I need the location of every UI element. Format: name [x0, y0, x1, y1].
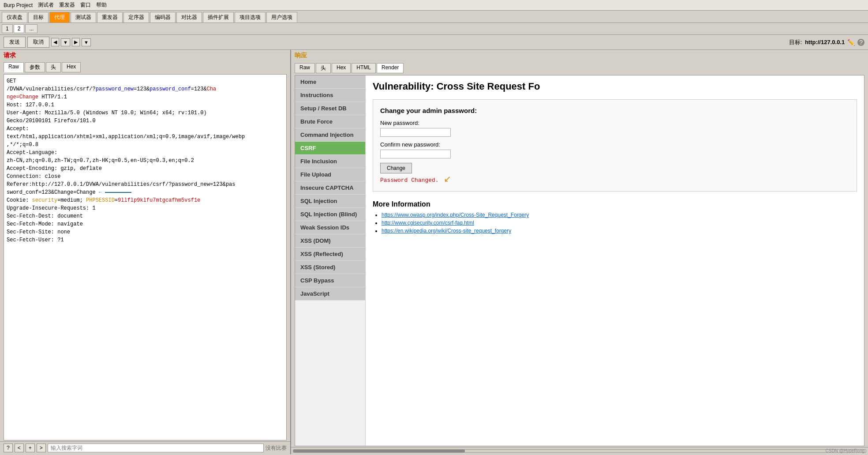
response-title: 响应	[291, 50, 868, 61]
tab-comparer[interactable]: 对比器	[176, 12, 202, 23]
watermark: CSDN @HypeRong	[825, 448, 864, 453]
tab-more[interactable]: ...	[25, 24, 37, 33]
req-line-accept-enc: Accept-Encoding: gzip, deflate	[7, 165, 284, 173]
new-password-label: New password:	[380, 120, 849, 126]
menu-resend[interactable]: 重发器	[59, 1, 75, 9]
tab-number-bar: 1 2 ...	[0, 23, 868, 35]
req-line-url: /DVWA/vulnerabilities/csrf/?password_new…	[7, 85, 284, 101]
title-bar: Burp Project 测试者 重发器 窗口 帮助	[0, 0, 868, 11]
req-line-sec-site: Sec-Fetch-Site: none	[7, 228, 284, 236]
send-button[interactable]: 发送	[4, 37, 26, 48]
more-info-link-1[interactable]: https://www.owasp.org/index.php/Cross-Si…	[382, 212, 529, 218]
req-line-accept-lang-val: zh-CN,zh;q=0.8,zh-TW;q=0.7,zh-HK;q=0.5,e…	[7, 157, 284, 165]
more-info-links: https://www.owasp.org/index.php/Cross-Si…	[373, 212, 857, 234]
prev-search-btn[interactable]: <	[15, 444, 24, 452]
next-dropdown[interactable]: ▼	[82, 38, 91, 46]
request-tab-headers[interactable]: 头	[46, 62, 61, 72]
tab-resender[interactable]: 重发器	[97, 12, 123, 23]
next-arrow[interactable]: ▶	[72, 38, 80, 46]
dvwa-nav-file-upload[interactable]: File Upload	[295, 168, 365, 181]
tab-extensions[interactable]: 插件扩展	[203, 12, 234, 23]
more-info-link-2[interactable]: http://www.cgisecurity.com/csrf-faq.html	[382, 220, 474, 226]
dvwa-nav-instructions[interactable]: Instructions	[295, 89, 365, 102]
main-area: 请求 Raw 参数 头 Hex GET /DVWA/vulnerabilitie…	[0, 50, 868, 454]
request-tab-hex[interactable]: Hex	[62, 62, 81, 72]
request-tab-params[interactable]: 参数	[25, 62, 45, 72]
req-line-upgrade: Upgrade-Insecure-Requests: 1	[7, 204, 284, 212]
target-text: 目标:	[789, 38, 802, 46]
response-panel: 响应 Raw 头 Hex HTML Render Home Instructio…	[291, 50, 868, 454]
tab-2[interactable]: 2	[14, 24, 25, 33]
dvwa-nav-command-injection[interactable]: Command Injection	[295, 128, 365, 142]
change-pw-title: Change your admin password:	[380, 107, 849, 114]
dvwa-nav-brute-force[interactable]: Brute Force	[295, 115, 365, 128]
req-line-sec-mode: Sec-Fetch-Mode: navigate	[7, 220, 284, 228]
response-tabs: Raw 头 Hex HTML Render	[291, 62, 868, 74]
request-content[interactable]: GET /DVWA/vulnerabilities/csrf/?password…	[4, 74, 287, 440]
edit-icon[interactable]: ✏️	[847, 39, 855, 46]
dvwa-nav-home[interactable]: Home	[295, 75, 365, 89]
tab-target[interactable]: 目标	[28, 12, 49, 23]
dvwa-main: Vulnerability: Cross Site Request Fo Cha…	[366, 75, 864, 446]
more-info-title: More Information	[373, 200, 857, 208]
more-info-section: More Information https://www.owasp.org/i…	[373, 200, 857, 234]
resp-scroll-bar[interactable]	[291, 447, 868, 454]
password-changed-msg: Password Changed. ↙	[380, 173, 849, 184]
dvwa-nav-xss-dom[interactable]: XSS (DOM)	[295, 234, 365, 248]
dvwa-nav-csrf[interactable]: CSRF	[295, 142, 365, 155]
resp-tab-hex[interactable]: Hex	[332, 63, 351, 73]
dvwa-nav-sqli-blind[interactable]: SQL Injection (Blind)	[295, 208, 365, 221]
resp-tab-raw[interactable]: Raw	[295, 63, 315, 73]
resp-tab-render[interactable]: Render	[377, 63, 404, 73]
tab-tester[interactable]: 测试器	[71, 12, 96, 23]
dvwa-nav-xss-stored[interactable]: XSS (Stored)	[295, 261, 365, 274]
next-search-btn[interactable]: >	[37, 444, 46, 452]
req-line-accept-lang: Accept-Language:	[7, 149, 284, 157]
search-input[interactable]	[48, 444, 264, 452]
menu-help[interactable]: 帮助	[96, 1, 107, 9]
resp-content-area: Home Instructions Setup / Reset DB Brute…	[295, 75, 864, 446]
dvwa-nav-captcha[interactable]: Insecure CAPTCHA	[295, 181, 365, 195]
req-line-sec-dest: Sec-Fetch-Dest: document	[7, 212, 284, 220]
dvwa-nav-setup[interactable]: Setup / Reset DB	[295, 102, 365, 115]
tab-encoder[interactable]: 编码器	[150, 12, 176, 23]
more-info-link-3[interactable]: https://en.wikipedia.org/wiki/Cross-site…	[382, 228, 511, 234]
dvwa-nav-xss-reflected[interactable]: XSS (Reflected)	[295, 248, 365, 261]
request-tab-raw[interactable]: Raw	[4, 62, 24, 72]
req-line-ua: User-Agent: Mozilla/5.0 (Windows NT 10.0…	[7, 109, 284, 117]
new-password-input[interactable]	[380, 128, 451, 137]
menu-window[interactable]: 窗口	[80, 1, 91, 9]
cancel-button[interactable]: 取消	[27, 37, 49, 48]
tab-proxy[interactable]: 代理	[49, 12, 70, 23]
tab-1[interactable]: 1	[2, 24, 13, 33]
confirm-password-input[interactable]	[380, 150, 451, 158]
dvwa-nav-csp-bypass[interactable]: CSP Bypass	[295, 274, 365, 287]
resp-tab-headers[interactable]: 头	[316, 63, 331, 73]
toolbar: 发送 取消 ◀ ▼ ▶ ▼ 目标: http://127.0.0.1 ✏️ ?	[0, 35, 868, 50]
req-line-accept-val: text/html,application/xhtml+xml,applicat…	[7, 133, 284, 141]
menu-tester[interactable]: 测试者	[38, 1, 54, 9]
change-password-box: Change your admin password: New password…	[373, 99, 857, 192]
help-search-btn[interactable]: ?	[4, 444, 13, 452]
req-line-accept-wild: ,*/*;q=0.8	[7, 141, 284, 149]
req-line-gecko: Gecko/20100101 Firefox/101.0	[7, 117, 284, 125]
dvwa-nav-javascript[interactable]: JavaScript	[295, 287, 365, 301]
tab-dashboard[interactable]: 仪表盘	[2, 12, 27, 23]
request-title: 请求	[0, 50, 290, 61]
add-search-btn[interactable]: +	[26, 444, 35, 452]
dvwa-nav-file-inclusion[interactable]: File Inclusion	[295, 155, 365, 168]
tab-project-options[interactable]: 项目选项	[235, 12, 266, 23]
prev-dropdown[interactable]: ▼	[61, 38, 70, 46]
request-panel: 请求 Raw 参数 头 Hex GET /DVWA/vulnerabilitie…	[0, 50, 291, 454]
target-label: 目标: http://127.0.0.1 ✏️ ?	[789, 38, 864, 46]
tab-sequencer[interactable]: 定序器	[123, 12, 149, 23]
help-icon[interactable]: ?	[857, 39, 864, 46]
prev-arrow[interactable]: ◀	[51, 38, 59, 46]
resp-tab-html[interactable]: HTML	[352, 63, 376, 73]
request-tabs: Raw 参数 头 Hex	[0, 61, 290, 73]
req-line-accept: Accept:	[7, 125, 284, 133]
change-password-button[interactable]: Change	[380, 163, 412, 173]
dvwa-nav-weak-session[interactable]: Weak Session IDs	[295, 221, 365, 234]
dvwa-nav-sqli[interactable]: SQL Injection	[295, 195, 365, 208]
tab-user-options[interactable]: 用户选项	[266, 12, 297, 23]
